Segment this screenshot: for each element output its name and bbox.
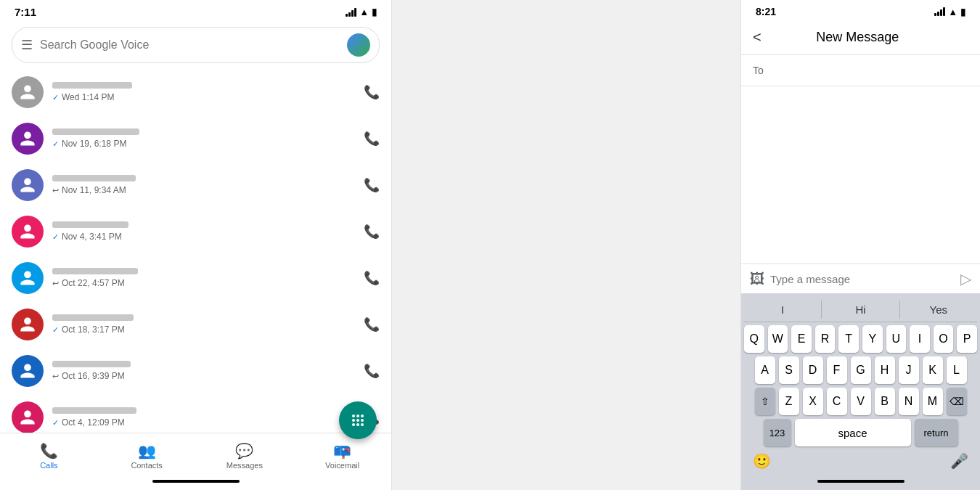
back-button[interactable]: < bbox=[753, 29, 761, 46]
keyboard-extras: 🙂 🎤 bbox=[744, 449, 977, 473]
contact-info: ✓ Nov 4, 3:41 PM bbox=[52, 221, 355, 242]
avatar[interactable] bbox=[347, 33, 370, 57]
key-k[interactable]: K bbox=[923, 356, 943, 384]
key-s[interactable]: S bbox=[779, 356, 799, 384]
nav-messages[interactable]: 💬 Messages bbox=[196, 439, 294, 473]
status-bar-left: 7:11 ▲ ▮ bbox=[0, 0, 391, 21]
key-j[interactable]: J bbox=[899, 356, 919, 384]
key-e[interactable]: E bbox=[791, 325, 812, 353]
nav-calls[interactable]: 📞 Calls bbox=[0, 439, 98, 473]
right-wifi-icon: ▲ bbox=[948, 7, 957, 17]
image-attach-icon[interactable]: 🖼 bbox=[750, 271, 764, 287]
backspace-key[interactable]: ⌫ bbox=[947, 388, 967, 415]
svg-point-3 bbox=[352, 419, 355, 422]
contact-name-blur bbox=[52, 407, 136, 414]
contact-name-blur bbox=[52, 175, 136, 181]
right-home-indicator bbox=[741, 475, 980, 490]
calls-icon: 📞 bbox=[40, 442, 58, 460]
search-input[interactable] bbox=[40, 38, 340, 52]
shift-key[interactable]: ⇧ bbox=[755, 388, 775, 415]
phone-icon[interactable]: 📞 bbox=[364, 131, 380, 147]
contact-info: ↩ Oct 22, 4:57 PM bbox=[52, 268, 355, 288]
svg-point-0 bbox=[352, 415, 355, 417]
key-123[interactable]: 123 bbox=[764, 419, 791, 446]
phone-icon[interactable]: 📞 bbox=[364, 317, 380, 332]
key-w[interactable]: W bbox=[768, 325, 788, 353]
contact-time: ✓ Nov 19, 6:18 PM bbox=[52, 139, 355, 149]
contact-name-blur bbox=[52, 221, 128, 228]
svg-point-4 bbox=[356, 419, 359, 422]
signal-bars-icon bbox=[346, 8, 356, 17]
list-item[interactable]: ↩ Nov 11, 9:34 AM 📞 bbox=[0, 162, 391, 208]
check-icon: ✓ bbox=[52, 325, 59, 335]
key-t[interactable]: T bbox=[838, 325, 859, 353]
suggestion-hi[interactable]: Hi bbox=[822, 301, 899, 319]
key-m[interactable]: M bbox=[923, 388, 943, 415]
home-indicator bbox=[0, 475, 391, 490]
contact-avatar bbox=[12, 76, 44, 108]
key-n[interactable]: N bbox=[899, 388, 919, 415]
reply-icon: ↩ bbox=[52, 186, 59, 195]
key-b[interactable]: B bbox=[875, 388, 895, 415]
key-p[interactable]: P bbox=[957, 325, 977, 353]
key-v[interactable]: V bbox=[851, 388, 871, 415]
contact-list: ✓ Wed 1:14 PM 📞 ✓ Nov 19, 6:18 PM 📞 bbox=[0, 69, 391, 433]
phone-icon[interactable]: 📞 bbox=[364, 177, 380, 193]
suggestion-yes[interactable]: Yes bbox=[900, 301, 977, 319]
list-item[interactable]: ↩ Oct 16, 9:39 PM 📞 bbox=[0, 348, 391, 394]
list-item[interactable]: ✓ Nov 19, 6:18 PM 📞 bbox=[0, 115, 391, 162]
contacts-icon: 👥 bbox=[138, 442, 156, 460]
key-g[interactable]: G bbox=[851, 356, 871, 384]
key-c[interactable]: C bbox=[827, 388, 847, 415]
key-o[interactable]: O bbox=[934, 325, 954, 353]
left-time: 7:11 bbox=[15, 6, 36, 18]
mic-icon[interactable]: 🎤 bbox=[950, 452, 968, 470]
contact-avatar bbox=[12, 262, 44, 294]
key-a[interactable]: A bbox=[755, 356, 775, 384]
nav-voicemail[interactable]: 📪 Voicemail bbox=[293, 439, 391, 473]
contact-time: ↩ Nov 11, 9:34 AM bbox=[52, 185, 355, 195]
page-title: New Message bbox=[767, 30, 948, 45]
right-signal-bars-icon bbox=[934, 7, 945, 16]
phone-icon[interactable]: 📞 bbox=[364, 224, 380, 240]
key-q[interactable]: Q bbox=[744, 325, 764, 353]
status-bar-right: 8:21 ▲ ▮ bbox=[741, 0, 980, 20]
key-f[interactable]: F bbox=[827, 356, 847, 384]
key-space[interactable]: space bbox=[795, 419, 911, 446]
contact-avatar bbox=[12, 355, 44, 387]
send-icon[interactable]: ▷ bbox=[960, 270, 971, 287]
list-item[interactable]: ✓ Wed 1:14 PM 📞 bbox=[0, 69, 391, 115]
contact-time: ↩ Oct 22, 4:57 PM bbox=[52, 278, 355, 288]
contact-name-blur bbox=[52, 314, 134, 321]
key-d[interactable]: D bbox=[803, 356, 823, 384]
phone-icon[interactable]: 📞 bbox=[364, 363, 380, 379]
check-icon: ✓ bbox=[52, 232, 59, 242]
key-y[interactable]: Y bbox=[862, 325, 883, 353]
list-item[interactable]: ✓ Oct 4, 12:09 PM 📞 bbox=[0, 394, 391, 433]
messages-icon: 💬 bbox=[235, 442, 253, 460]
message-input[interactable] bbox=[770, 273, 955, 285]
fab-button[interactable] bbox=[339, 401, 377, 439]
suggestion-i[interactable]: I bbox=[744, 301, 822, 319]
key-return[interactable]: return bbox=[915, 419, 958, 446]
key-l[interactable]: L bbox=[947, 356, 967, 384]
emoji-icon[interactable]: 🙂 bbox=[753, 452, 771, 470]
phone-icon[interactable]: 📞 bbox=[364, 270, 380, 286]
key-i[interactable]: I bbox=[910, 325, 930, 353]
key-x[interactable]: X bbox=[803, 388, 823, 415]
list-item[interactable]: ✓ Oct 18, 3:17 PM 📞 bbox=[0, 301, 391, 348]
key-h[interactable]: H bbox=[875, 356, 895, 384]
list-item[interactable]: ↩ Oct 22, 4:57 PM 📞 bbox=[0, 255, 391, 301]
contact-time: ↩ Oct 16, 9:39 PM bbox=[52, 371, 355, 381]
contact-name-blur bbox=[52, 128, 139, 135]
contact-time: ✓ Wed 1:14 PM bbox=[52, 92, 355, 102]
phone-icon[interactable]: 📞 bbox=[364, 84, 380, 100]
key-r[interactable]: R bbox=[815, 325, 836, 353]
check-icon: ✓ bbox=[52, 93, 59, 102]
search-bar[interactable]: ☰ bbox=[12, 27, 380, 63]
key-u[interactable]: U bbox=[886, 325, 907, 353]
list-item[interactable]: ✓ Nov 4, 3:41 PM 📞 bbox=[0, 208, 391, 255]
to-input[interactable] bbox=[769, 64, 968, 77]
nav-contacts[interactable]: 👥 Contacts bbox=[98, 439, 196, 473]
key-z[interactable]: Z bbox=[779, 388, 799, 415]
